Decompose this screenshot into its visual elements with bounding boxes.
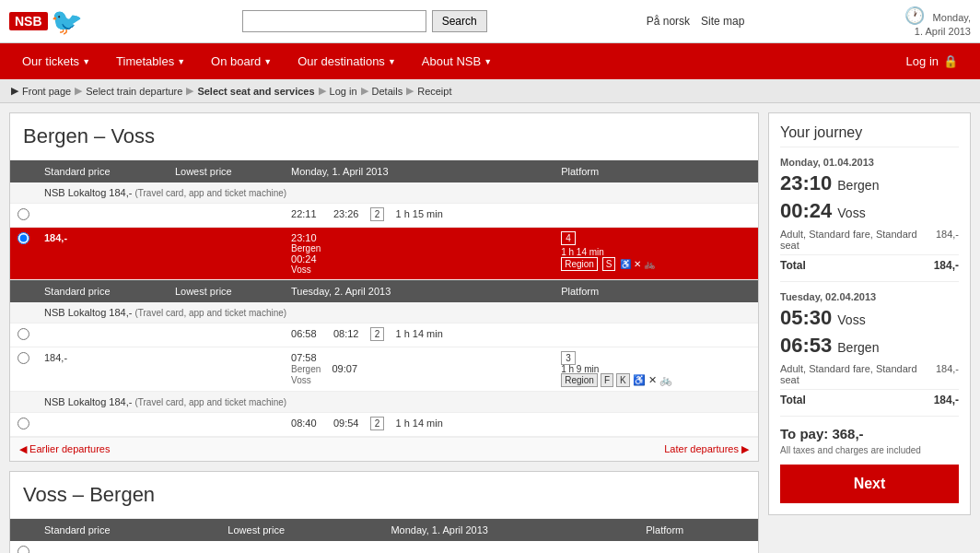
- table-row[interactable]: [10, 541, 758, 553]
- radio-cell[interactable]: [10, 228, 37, 280]
- section1-title: Bergen – Voss: [10, 113, 758, 160]
- standard-price-cell: 184,-: [37, 347, 168, 392]
- nav-our-tickets-label: Our tickets: [22, 54, 79, 68]
- search-area: Search: [242, 10, 487, 32]
- train-name: NSB Lokaltog 184,-: [44, 396, 132, 407]
- journey1-arrive-time: 00:24: [780, 199, 832, 223]
- journey1-fare-label: Adult, Standard fare, Standard seat: [780, 229, 936, 251]
- table-row[interactable]: 22:11 23:26 2 1 h 15 min: [10, 204, 758, 228]
- nav-our-tickets[interactable]: Our tickets ▼: [9, 43, 103, 79]
- train-name-cell: NSB Lokaltog 184,- (Travel card, app and…: [37, 182, 758, 204]
- train-name-cell: NSB Lokaltog 184,- (Travel card, app and…: [37, 302, 758, 324]
- nav-our-destinations[interactable]: Our destinations ▼: [285, 43, 409, 79]
- your-journey-box: Your journey Monday, 01.04.2013 23:10 Be…: [768, 112, 971, 515]
- radio-input[interactable]: [18, 546, 29, 553]
- lowest-price-cell: [168, 324, 284, 347]
- radio-input[interactable]: [18, 232, 29, 244]
- train-name: NSB Lokaltog 184,-: [44, 187, 132, 198]
- journey1-date: Monday, 01.04.2013: [780, 157, 959, 168]
- table-row: NSB Lokaltog 184,- (Travel card, app and…: [10, 392, 758, 413]
- depart-time: 22:11: [291, 208, 317, 219]
- train-name-cell: NSB Lokaltog 184,- (Travel card, app and…: [37, 392, 758, 413]
- nav-on-board[interactable]: On board ▼: [198, 43, 285, 79]
- radio-cell[interactable]: [10, 324, 37, 347]
- depart-station: Bergen: [291, 243, 546, 253]
- table-row[interactable]: 06:58 08:12 2 1 h 14 min: [10, 324, 758, 347]
- arrive-station: Voss: [291, 265, 546, 275]
- radio-input[interactable]: [18, 352, 29, 364]
- col-date: Monday, 1. April 2013: [284, 160, 554, 182]
- nav-timetables[interactable]: Timetables ▼: [103, 43, 198, 79]
- platform-badges-cell: 3 1 h 9 min Region F K ♿ ✕ 🚲: [554, 347, 758, 392]
- x-icon: ✕: [634, 259, 641, 269]
- platform-badge: 2: [370, 327, 385, 341]
- to-pay-label: To pay: 368,-: [780, 426, 959, 441]
- chevron-down-icon: ▼: [484, 57, 492, 66]
- radio-input[interactable]: [18, 328, 29, 340]
- logo-bird-icon: 🐦: [51, 6, 83, 37]
- content-area: Bergen – Voss Standard price Lowest pric…: [9, 112, 759, 553]
- table-row: NSB Lokaltog 184,- (Travel card, app and…: [10, 302, 758, 324]
- search-button[interactable]: Search: [432, 10, 487, 32]
- breadcrumb-arrow-icon: ▶: [11, 85, 18, 97]
- depart-time: 08:40: [291, 418, 317, 429]
- time-cell: 22:11 23:26 2 1 h 15 min: [284, 204, 554, 228]
- table-row[interactable]: 184,- 23:10 Bergen 00:24 Voss 4 1 h 14 m…: [10, 228, 758, 280]
- breadcrumb-select-departure[interactable]: Select train departure: [86, 86, 182, 97]
- login-button[interactable]: Log in 🔒: [893, 43, 971, 79]
- wheelchair-icon: ♿: [620, 259, 631, 269]
- arrive-time: 00:24: [291, 253, 317, 265]
- journey1-arrive-station: Voss: [837, 206, 865, 220]
- sitemap-link[interactable]: Site map: [701, 15, 744, 28]
- norsk-link[interactable]: På norsk: [647, 15, 690, 28]
- radio-input[interactable]: [18, 208, 29, 220]
- journey1-depart-time: 23:10: [780, 171, 832, 195]
- platform-badge: 4: [561, 231, 576, 245]
- table-row[interactable]: 08:40 09:54 2 1 h 14 min: [10, 413, 758, 437]
- journey2-fare: Adult, Standard fare, Standard seat 184,…: [780, 363, 959, 385]
- arrive-time: 09:54: [333, 418, 359, 429]
- voss-bergen-section: Voss – Bergen Standard price Lowest pric…: [9, 471, 759, 553]
- breadcrumb-receipt[interactable]: Receipt: [417, 86, 451, 97]
- table-section-header: Standard price Lowest price Tuesday, 2. …: [10, 280, 758, 303]
- col-date-2: Tuesday, 2. April 2013: [284, 280, 554, 303]
- duration: 1 h 14 min: [395, 328, 442, 339]
- earlier-departures-link[interactable]: ◀ Earlier departures: [19, 443, 111, 455]
- radio-cell[interactable]: [10, 413, 37, 437]
- time-cell: 06:58 08:12 2 1 h 14 min: [284, 324, 554, 347]
- train-note: (Travel card, app and ticket machine): [134, 308, 286, 318]
- table-row[interactable]: 184,- 07:58 Bergen 09:07 Voss 3: [10, 347, 758, 392]
- date-label: 1. April 2013: [915, 26, 971, 37]
- nav-about-nsb[interactable]: About NSB ▼: [409, 43, 505, 79]
- breadcrumb-details[interactable]: Details: [372, 86, 403, 97]
- breadcrumb-login[interactable]: Log in: [330, 86, 357, 97]
- journey1-times: 23:10 Bergen: [780, 171, 959, 195]
- radio-cell[interactable]: [10, 541, 37, 553]
- radio-cell[interactable]: [10, 347, 37, 392]
- wheelchair-icon: ♿: [633, 374, 646, 385]
- nav-on-board-label: On board: [211, 54, 261, 68]
- train-name: NSB Lokaltog 184,-: [44, 307, 132, 318]
- journey2-times: 05:30 Voss: [780, 306, 959, 330]
- journey1-total-label: Total: [780, 259, 806, 272]
- depart-time: 23:10: [291, 232, 317, 243]
- journey1-total: Total 184,-: [780, 254, 959, 272]
- radio-cell[interactable]: [10, 204, 37, 228]
- journey2-arrive-time: 06:53: [780, 334, 832, 358]
- later-departures-link[interactable]: Later departures ▶: [664, 443, 749, 455]
- lock-icon: 🔒: [943, 54, 958, 68]
- col-lowest-price: Lowest price: [168, 160, 284, 182]
- breadcrumb-front-page[interactable]: Front page: [22, 86, 71, 97]
- breadcrumb-sep: ▶: [319, 85, 326, 97]
- breadcrumb-sep: ▶: [186, 85, 193, 97]
- lowest-price-cell: [220, 541, 383, 553]
- search-input[interactable]: [242, 10, 426, 32]
- s-badge: S: [602, 257, 616, 271]
- platform-badge: 2: [370, 417, 385, 430]
- radio-input[interactable]: [18, 418, 29, 429]
- journey2-total: Total 184,-: [780, 389, 959, 406]
- next-button[interactable]: Next: [780, 465, 959, 503]
- standard-price-cell: [37, 413, 168, 437]
- train-radio-cell: [10, 302, 37, 324]
- right-arrow-icon: ▶: [741, 443, 749, 454]
